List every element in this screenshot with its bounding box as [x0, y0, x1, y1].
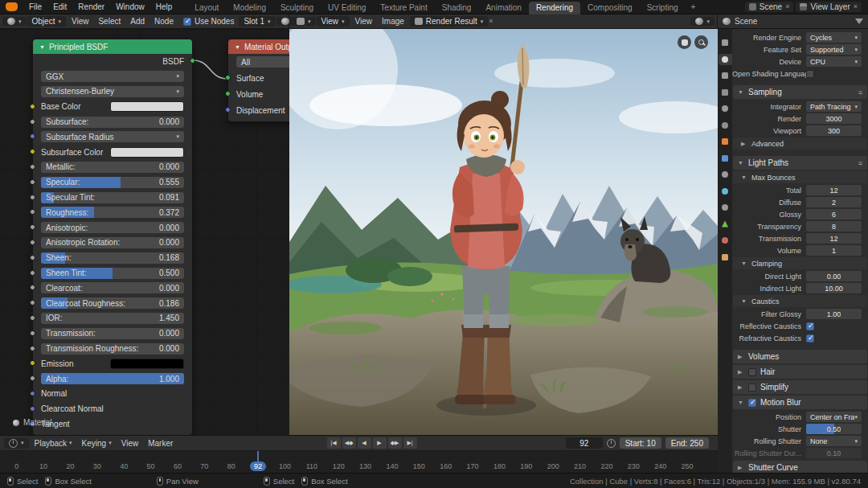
- target-dropdown[interactable]: All ▾: [236, 56, 289, 68]
- property-field[interactable]: 2 ▾: [806, 197, 862, 207]
- input-widget[interactable]: Subsurface Radius ▾: [41, 131, 184, 142]
- input-socket[interactable]: [30, 330, 35, 336]
- input-widget[interactable]: Anisotropic Rotation: 0.000 ▾: [41, 237, 184, 248]
- filter-icon[interactable]: [855, 18, 863, 24]
- presets-icon[interactable]: ≡: [858, 159, 862, 167]
- input-widget[interactable]: Sheen Tint: 0.500 ▾: [41, 268, 184, 279]
- property-field[interactable]: 0.10 ▾: [806, 448, 862, 458]
- menu-item[interactable]: Node: [149, 17, 178, 26]
- image-mode-dropdown[interactable]: View▾: [317, 16, 350, 27]
- workspace-tab[interactable]: Texture Paint: [373, 2, 434, 14]
- start-frame-field[interactable]: Start:10: [620, 437, 661, 449]
- render-result-view[interactable]: [289, 29, 718, 435]
- view-layer-unlink-icon[interactable]: ×: [854, 3, 858, 10]
- input-socket[interactable]: [30, 240, 35, 245]
- node-header[interactable]: ▼ Material Output: [228, 39, 289, 54]
- properties-tab[interactable]: [719, 70, 732, 81]
- menu-item[interactable]: Playback: [30, 439, 77, 448]
- input-socket[interactable]: [30, 133, 35, 139]
- section-simplify[interactable]: Simplify: [733, 380, 867, 394]
- property-checkbox[interactable]: [806, 322, 814, 330]
- node-header[interactable]: ▼ Principled BSDF: [33, 39, 192, 54]
- input-widget[interactable]: Specular: 0.555 ▾: [41, 177, 184, 188]
- section-light-paths[interactable]: Light Paths ≡: [733, 156, 867, 170]
- use-nodes-toggle[interactable]: Use Nodes: [179, 17, 238, 26]
- properties-tab[interactable]: [719, 54, 732, 65]
- menu-item[interactable]: View: [67, 17, 94, 26]
- use-nodes-checkbox[interactable]: [183, 18, 191, 26]
- menu-item[interactable]: Marker: [143, 439, 178, 448]
- slot-dropdown[interactable]: Slot 1▾: [239, 16, 275, 27]
- hair-checkbox[interactable]: [748, 368, 756, 376]
- editor-type-button[interactable]: ▾: [4, 438, 29, 449]
- menu-item[interactable]: File: [23, 0, 47, 14]
- property-field[interactable]: 3000 ▾: [806, 113, 862, 124]
- properties-tab[interactable]: [719, 37, 732, 48]
- properties-tab[interactable]: [719, 153, 732, 164]
- color-swatch[interactable]: [110, 359, 184, 369]
- menu-item[interactable]: View: [350, 17, 378, 26]
- section-motion-blur[interactable]: Motion Blur: [733, 396, 867, 409]
- view-layer-selector[interactable]: View Layer ×: [796, 2, 862, 12]
- input-socket[interactable]: [30, 270, 35, 276]
- collapse-caret-icon[interactable]: ▼: [235, 44, 240, 50]
- section-sampling[interactable]: Sampling ≡: [733, 85, 867, 99]
- properties-tab[interactable]: [719, 219, 732, 230]
- add-workspace-button[interactable]: +: [686, 2, 702, 11]
- image-datablock-dropdown[interactable]: Render Result▾: [410, 16, 488, 27]
- motion-blur-checkbox[interactable]: [748, 399, 756, 407]
- section-max-bounces[interactable]: Max Bounces: [733, 171, 867, 183]
- property-field[interactable]: None ▾: [806, 436, 862, 446]
- collapse-caret-icon[interactable]: ▼: [39, 44, 45, 50]
- property-checkbox[interactable]: [806, 334, 814, 342]
- section-clamping[interactable]: Clamping: [733, 257, 867, 269]
- transport-button[interactable]: ▶|: [403, 437, 417, 449]
- color-swatch[interactable]: [110, 101, 184, 112]
- color-swatch[interactable]: [110, 147, 184, 158]
- input-widget[interactable]: Clearcoat Roughness: 0.186 ▾: [41, 297, 184, 309]
- input-socket[interactable]: [30, 315, 35, 321]
- menu-item[interactable]: Help: [150, 0, 178, 14]
- workspace-tab[interactable]: UV Editing: [321, 2, 373, 14]
- property-field[interactable]: 8 ▾: [806, 221, 862, 232]
- properties-tab[interactable]: [719, 252, 732, 263]
- properties-tab[interactable]: [719, 103, 732, 114]
- input-socket[interactable]: [30, 375, 35, 381]
- scene-selector[interactable]: Scene ×: [745, 2, 794, 12]
- menu-item[interactable]: Add: [125, 17, 149, 26]
- property-field[interactable]: 12 ▾: [806, 233, 862, 244]
- properties-tab[interactable]: [719, 87, 732, 98]
- input-socket[interactable]: [30, 149, 35, 154]
- input-widget[interactable]: Transmission: 0.000 ▾: [41, 328, 184, 339]
- zoom-button[interactable]: [694, 35, 708, 49]
- input-widget[interactable]: Specular Tint: 0.091 ▾: [41, 192, 184, 203]
- pan-view-button[interactable]: [678, 35, 691, 49]
- menu-item[interactable]: Image: [377, 17, 409, 26]
- input-socket[interactable]: [30, 164, 35, 170]
- section-hair[interactable]: Hair: [733, 365, 867, 379]
- workspace-tab[interactable]: Modeling: [226, 2, 273, 14]
- transport-button[interactable]: |◀: [327, 437, 341, 449]
- input-socket[interactable]: [225, 75, 231, 80]
- section-advanced[interactable]: Advanced: [733, 137, 867, 150]
- input-socket[interactable]: [30, 360, 35, 366]
- presets-icon[interactable]: ≡: [858, 88, 862, 96]
- input-widget[interactable]: Christensen-Burley ▾: [41, 86, 184, 97]
- menu-item[interactable]: Select: [93, 17, 125, 26]
- property-field[interactable]: 12 ▾: [806, 185, 862, 195]
- input-socket[interactable]: [30, 224, 35, 230]
- menu-item[interactable]: Edit: [47, 0, 72, 14]
- input-socket[interactable]: [30, 209, 35, 215]
- principled-bsdf-node[interactable]: ▼ Principled BSDF BSDF: [32, 39, 193, 435]
- section-volumes[interactable]: Volumes: [733, 350, 867, 363]
- property-field[interactable]: Center on Frame ▾: [806, 412, 862, 422]
- timeline-ruler[interactable]: 0102030405060708092100110120130140150160…: [0, 451, 718, 473]
- properties-tab[interactable]: [719, 136, 732, 147]
- transport-button[interactable]: ▶: [373, 437, 387, 449]
- menu-item[interactable]: Window: [110, 0, 150, 14]
- input-socket[interactable]: [30, 300, 35, 306]
- property-checkbox[interactable]: [806, 70, 814, 78]
- property-field[interactable]: CPU ▾: [806, 56, 862, 67]
- current-frame-field[interactable]: 92: [566, 437, 603, 449]
- editor-type-button[interactable]: ▾: [2, 17, 27, 26]
